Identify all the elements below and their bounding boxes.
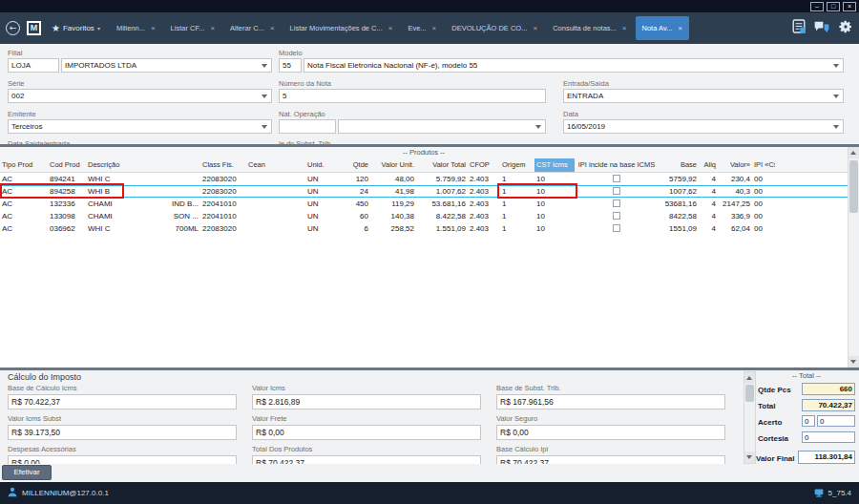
calc-field-value[interactable]: R$ 0,00: [8, 455, 237, 464]
calc-field-value[interactable]: R$ 0,00: [496, 425, 725, 440]
calc-field-value[interactable]: R$ 2.816,89: [252, 394, 481, 410]
calc-field-value[interactable]: R$ 0,00: [252, 425, 481, 440]
column-header[interactable]: Unid.: [305, 158, 340, 172]
tab-close-icon[interactable]: ×: [270, 24, 275, 32]
millennium-logo[interactable]: M: [27, 21, 41, 35]
cell-ipi_check: [575, 173, 659, 185]
table-row[interactable]: AC133098CHAMISON ...22041010UN60140,388.…: [0, 210, 848, 222]
cell-desc-extra: SON ...: [174, 210, 199, 222]
ipi-checkbox[interactable]: [613, 212, 620, 220]
cell-aliq: 4: [699, 198, 718, 210]
filial-name-select[interactable]: IMPORTADOS LTDA: [61, 58, 272, 73]
column-header[interactable]: Class Fis.: [200, 158, 246, 172]
nat-operacao-code-field[interactable]: [279, 119, 336, 134]
calc-field-value[interactable]: R$ 70.422,37: [8, 394, 237, 410]
column-header[interactable]: CST Icms: [534, 158, 575, 172]
acerto-field-1[interactable]: 0: [802, 415, 815, 427]
scroll-up-icon[interactable]: [744, 372, 755, 384]
column-header[interactable]: Valor»: [718, 158, 752, 172]
column-header[interactable]: Valor Unit.: [370, 158, 416, 172]
tab-3[interactable]: Alterar C...×: [223, 16, 282, 40]
tab-2[interactable]: Listar CF...×: [164, 16, 222, 40]
acerto-field-2[interactable]: 0: [817, 415, 855, 427]
back-icon[interactable]: ←: [6, 21, 20, 35]
tab-1[interactable]: Millenn...×: [110, 16, 162, 40]
column-header[interactable]: Cod Prod: [48, 158, 86, 172]
total-field[interactable]: 70.422,37: [802, 399, 855, 411]
calc-item-8: Total Dos ProdutosR$ 70.422,37: [252, 445, 481, 464]
tab-5[interactable]: Eve...×: [401, 16, 443, 40]
calc-item-9: Base Cálculo IpiR$ 70.422,37: [496, 445, 725, 464]
tab-8[interactable]: Nota Av...×: [636, 16, 690, 40]
table-row[interactable]: AC036962WHI C700ML22083020UN6258,521.551…: [0, 222, 848, 235]
column-header[interactable]: CFOP: [468, 158, 500, 172]
cell-ipi_cst: 00: [752, 186, 775, 197]
chevron-down-icon: ▾: [97, 25, 100, 32]
calc-field-value[interactable]: R$ 167.961,56: [496, 394, 725, 410]
cortesia-field[interactable]: 0: [802, 431, 855, 443]
qtde-pcs-field[interactable]: 660: [802, 383, 855, 395]
column-header[interactable]: Valor Total: [416, 158, 468, 172]
calc-item-3: Base de Subst. Trib.R$ 167.961,56: [496, 384, 725, 410]
serie-select[interactable]: 002: [8, 89, 272, 103]
efetivar-button[interactable]: Efetivar: [2, 465, 52, 480]
tab-4[interactable]: Listar Movimentações de C...×: [283, 16, 400, 40]
cell-unid: UN: [305, 210, 340, 222]
table-row[interactable]: AC894241WHI C22083020UN12048,005.759,922…: [0, 173, 848, 185]
scroll-up-icon[interactable]: [849, 147, 859, 158]
entrada-saida-select[interactable]: ENTRADA: [563, 89, 844, 103]
tab-close-icon[interactable]: ×: [388, 24, 393, 32]
ipi-checkbox[interactable]: [613, 224, 620, 232]
filial-code-field[interactable]: LOJA: [8, 58, 59, 73]
tab-6[interactable]: DEVOLUÇÃO DE CO...×: [445, 16, 544, 40]
tab-7[interactable]: Consulta de notas...×: [546, 16, 633, 40]
valor-final-field[interactable]: 118.301,84: [798, 451, 855, 464]
cell-aliq: 4: [699, 186, 718, 197]
tab-close-icon[interactable]: ×: [432, 24, 437, 32]
settings-gear-icon[interactable]: [838, 19, 853, 38]
ipi-checkbox[interactable]: [613, 175, 620, 182]
minimize-button[interactable]: –: [810, 2, 824, 11]
calc-field-value[interactable]: R$ 39.173,50: [8, 425, 237, 440]
data-select[interactable]: 16/05/2019: [563, 119, 844, 134]
cell-qtde: 120: [340, 173, 370, 185]
column-header[interactable]: Base: [659, 158, 699, 172]
table-scrollbar[interactable]: [848, 147, 859, 368]
app-window: – □ × ← M ★ Favoritos ▾ Millenn...×Lista…: [0, 0, 859, 504]
ipi-checkbox[interactable]: [613, 200, 620, 207]
bottom-scrollbar[interactable]: [744, 371, 756, 464]
scroll-down-icon[interactable]: [849, 356, 859, 368]
column-header[interactable]: IPI incide na base ICMS: [575, 158, 659, 172]
tab-close-icon[interactable]: ×: [622, 24, 627, 32]
scroll-down-icon[interactable]: [744, 452, 755, 463]
calc-field-value[interactable]: R$ 70.422,37: [496, 455, 725, 464]
chat-icon[interactable]: [814, 20, 829, 37]
column-header[interactable]: IPI «Cst: [752, 158, 775, 172]
favorites-menu[interactable]: ★ Favoritos ▾: [52, 24, 100, 33]
close-button[interactable]: ×: [843, 2, 856, 11]
nat-operacao-select[interactable]: [338, 119, 546, 134]
column-header[interactable]: Origem: [500, 158, 534, 172]
tab-close-icon[interactable]: ×: [678, 24, 682, 32]
table-row[interactable]: AC132336CHAMIIND B...22041010UN450119,29…: [0, 198, 848, 210]
ipi-checkbox[interactable]: [613, 187, 620, 195]
tab-close-icon[interactable]: ×: [210, 24, 215, 32]
column-header[interactable]: Cean: [246, 158, 305, 172]
column-header[interactable]: Aliq: [699, 158, 718, 172]
table-row[interactable]: AC894258WHI B22083020UN2441,981.007,622.…: [0, 185, 848, 198]
cell-tipo: AC: [0, 222, 48, 235]
tab-close-icon[interactable]: ×: [151, 24, 156, 32]
scrollbar-thumb[interactable]: [849, 160, 858, 213]
numero-nota-field[interactable]: 5: [279, 89, 546, 103]
column-header[interactable]: Descrição: [86, 158, 200, 172]
tasks-icon[interactable]: [792, 19, 806, 37]
scrollbar-thumb[interactable]: [745, 385, 754, 402]
emitente-select[interactable]: Terceiros: [8, 119, 272, 134]
column-header[interactable]: Tipo Prod: [0, 158, 48, 172]
column-header[interactable]: Qtde: [340, 158, 370, 172]
tab-close-icon[interactable]: ×: [533, 24, 537, 32]
modelo-code-field[interactable]: 55: [279, 58, 302, 73]
modelo-name-select[interactable]: Nota Fiscal Eletronica Nacional (NF-e), …: [304, 58, 844, 73]
maximize-button[interactable]: □: [827, 2, 840, 11]
calc-field-value[interactable]: R$ 70.422,37: [252, 455, 481, 464]
